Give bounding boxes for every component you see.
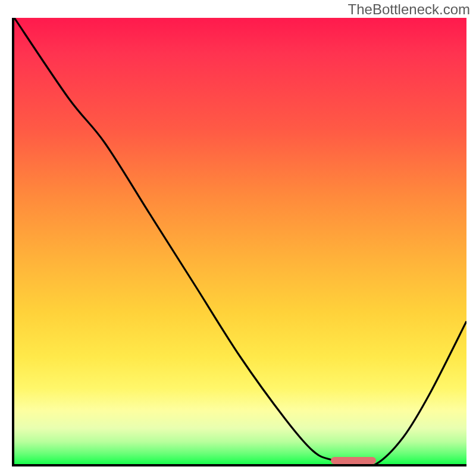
- curve-line: [14, 18, 466, 464]
- optimal-range-marker: [331, 457, 376, 464]
- plot-area: [12, 18, 466, 466]
- chart-container: TheBottleneck.com: [0, 0, 476, 476]
- watermark-text: TheBottleneck.com: [348, 1, 470, 18]
- bottleneck-curve: [14, 18, 466, 464]
